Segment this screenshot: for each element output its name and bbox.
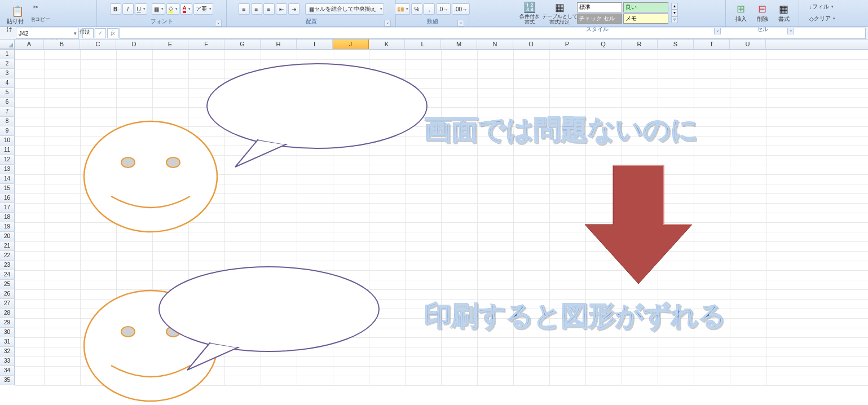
col-header-F[interactable]: F	[188, 39, 224, 49]
row-header-13[interactable]: 13	[0, 165, 15, 174]
align-right-button[interactable]: ≡	[263, 3, 275, 15]
row-header-19[interactable]: 19	[0, 222, 15, 232]
insert-cell-button[interactable]: ⊞ 挿入	[731, 1, 751, 25]
fx-button[interactable]: fx	[107, 28, 118, 38]
row-header-15[interactable]: 15	[0, 184, 15, 193]
row-header-7[interactable]: 7	[0, 107, 15, 117]
delete-cell-button[interactable]: ⊟ 削除	[752, 1, 773, 25]
style-normal[interactable]: 標準	[577, 2, 622, 12]
row-header-35[interactable]: 35	[0, 376, 15, 385]
row-header-18[interactable]: 18	[0, 213, 15, 222]
col-header-E[interactable]: E	[152, 39, 188, 49]
speech-balloon-shape-1[interactable]	[204, 61, 430, 168]
row-header-22[interactable]: 22	[0, 251, 15, 261]
row-header-27[interactable]: 27	[0, 299, 15, 309]
col-header-M[interactable]: M	[441, 39, 477, 49]
row-header-14[interactable]: 14	[0, 174, 15, 184]
smiley-shape-1[interactable]	[83, 120, 218, 233]
wordart-2[interactable]: 印刷すると図形がずれる	[424, 298, 726, 334]
row-header-11[interactable]: 11	[0, 146, 15, 155]
row-header-29[interactable]: 29	[0, 318, 15, 328]
align-center-button[interactable]: ≡	[251, 3, 262, 15]
name-box[interactable]: J42	[16, 28, 79, 39]
cut-button[interactable]: ✂	[30, 1, 41, 12]
percent-button[interactable]: %	[411, 3, 422, 15]
row-header-20[interactable]: 20	[0, 232, 15, 241]
row-header-8[interactable]: 8	[0, 117, 15, 126]
col-header-T[interactable]: T	[694, 39, 730, 49]
row-header-23[interactable]: 23	[0, 261, 15, 270]
col-header-U[interactable]: U	[730, 39, 766, 49]
row-header-30[interactable]: 30	[0, 328, 15, 337]
col-header-D[interactable]: D	[116, 39, 152, 49]
speech-balloon-shape-2[interactable]	[156, 264, 382, 371]
row-header-31[interactable]: 31	[0, 337, 15, 347]
wordart-1[interactable]: 画面では問題ないのに	[424, 112, 698, 148]
col-header-N[interactable]: N	[477, 39, 513, 49]
row-header-24[interactable]: 24	[0, 270, 15, 280]
comma-button[interactable]: ,	[424, 3, 435, 15]
col-header-H[interactable]: H	[261, 39, 297, 49]
style-check[interactable]: チェック セル	[577, 14, 622, 24]
fill-button[interactable]: ↓ フィル	[808, 1, 835, 12]
col-header-B[interactable]: B	[44, 39, 80, 49]
row-header-3[interactable]: 3	[0, 69, 15, 78]
format-cell-button[interactable]: ▦ 書式	[774, 1, 794, 25]
fill-color-button[interactable]: ◇	[166, 3, 179, 15]
row-header-6[interactable]: 6	[0, 98, 15, 107]
col-header-A[interactable]: A	[15, 39, 44, 49]
currency-button[interactable]: 💴	[395, 3, 410, 15]
row-header-17[interactable]: 17	[0, 203, 15, 213]
merge-center-button[interactable]: ▦ セルを結合して中央揃え	[305, 3, 384, 15]
italic-button[interactable]: I	[122, 3, 134, 15]
cells-area[interactable]: 画面では問題ないのに 印刷すると図形がずれる	[15, 50, 868, 385]
row-header-16[interactable]: 16	[0, 193, 15, 203]
col-header-L[interactable]: L	[405, 39, 441, 49]
col-header-R[interactable]: R	[622, 39, 658, 49]
style-memo[interactable]: メモ	[623, 14, 668, 24]
clear-button[interactable]: ◇ クリア	[808, 13, 836, 24]
col-header-O[interactable]: O	[513, 39, 549, 49]
decimal-dec-button[interactable]: .00→	[452, 3, 470, 15]
col-header-Q[interactable]: Q	[585, 39, 622, 49]
border-button[interactable]: ▦	[152, 3, 165, 15]
indent-dec-button[interactable]: ⇤	[276, 3, 287, 15]
style-scroll[interactable]: ▴▾▿	[671, 3, 678, 23]
col-header-P[interactable]: P	[549, 39, 585, 49]
row-header-33[interactable]: 33	[0, 356, 15, 366]
row-header-28[interactable]: 28	[0, 309, 15, 318]
table-format-button[interactable]: ▦ テーブルとして 書式設定	[544, 1, 575, 25]
row-header-32[interactable]: 32	[0, 347, 15, 356]
accept-formula-button[interactable]: ✓	[95, 28, 106, 38]
row-header-12[interactable]: 12	[0, 155, 15, 165]
row-header-5[interactable]: 5	[0, 88, 15, 98]
col-header-G[interactable]: G	[224, 39, 261, 49]
indent-inc-button[interactable]: ⇥	[288, 3, 299, 15]
row-header-1[interactable]: 1	[0, 50, 15, 59]
row-header-34[interactable]: 34	[0, 366, 15, 376]
row-header-4[interactable]: 4	[0, 78, 15, 88]
col-header-C[interactable]: C	[80, 39, 116, 49]
decimal-inc-button[interactable]: .0→	[436, 3, 451, 15]
row-header-9[interactable]: 9	[0, 126, 15, 136]
row-header-10[interactable]: 10	[0, 136, 15, 146]
font-color-button[interactable]: A	[180, 3, 193, 15]
down-arrow-shape[interactable]	[582, 162, 695, 287]
row-header-26[interactable]: 26	[0, 289, 15, 299]
select-all-corner[interactable]	[0, 39, 15, 49]
row-header-21[interactable]: 21	[0, 241, 15, 251]
col-header-I[interactable]: I	[297, 39, 333, 49]
cell-styles-gallery[interactable]: 標準 良い チェック セル メモ	[576, 2, 669, 24]
row-header-2[interactable]: 2	[0, 59, 15, 69]
style-good[interactable]: 良い	[623, 2, 668, 12]
row-header-25[interactable]: 25	[0, 280, 15, 289]
phonetic-button[interactable]: ア亜	[193, 3, 213, 15]
align-left-button[interactable]: ≡	[239, 3, 250, 15]
cond-format-button[interactable]: 🔢 条件付き 書式	[517, 1, 543, 25]
bold-button[interactable]: B	[110, 3, 121, 15]
col-header-K[interactable]: K	[369, 39, 405, 49]
col-header-S[interactable]: S	[658, 39, 694, 49]
copy-button[interactable]: ⎘ コピー	[30, 14, 52, 25]
col-header-J[interactable]: J	[333, 39, 369, 49]
underline-button[interactable]: U	[135, 3, 147, 15]
